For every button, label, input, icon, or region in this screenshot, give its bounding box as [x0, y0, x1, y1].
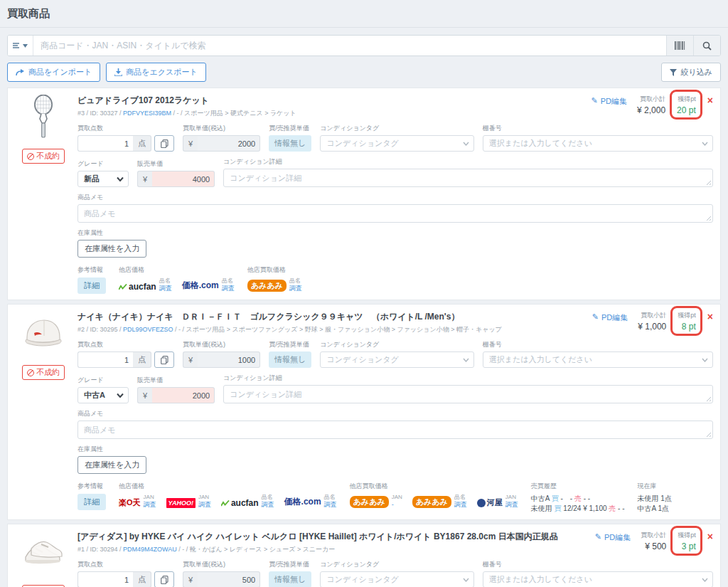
research-link[interactable]: 調査 [262, 501, 274, 508]
filter-button[interactable]: 絞り込み [661, 63, 721, 82]
copy-row-button[interactable] [154, 571, 174, 587]
resize-handle[interactable] [705, 430, 711, 437]
pencil-icon: ✎ [592, 312, 599, 323]
condition-detail-textarea[interactable]: コンディション詳細 [223, 385, 713, 403]
research-link[interactable]: - [392, 501, 402, 508]
pd-edit-link[interactable]: ✎PD編集 [595, 532, 631, 543]
stock-attr-button[interactable]: 在庫属性を入力 [77, 240, 146, 258]
copy-icon [161, 576, 168, 584]
sell-price-field: 販売単価 ¥ [137, 159, 215, 187]
amiami-ref[interactable]: あみあみ JAN- [350, 494, 402, 508]
search-icon [702, 41, 712, 51]
condition-tag-select[interactable]: コンディションタグ [320, 571, 473, 587]
product-title: ピュアドライブ107 2012ラケット [77, 95, 296, 107]
stock-attr-field: 在庫属性 在庫属性を入力 [77, 228, 713, 258]
ban-icon [27, 369, 34, 376]
qty-field: 買取点数 点 [77, 560, 174, 587]
chevron-down-icon [23, 44, 28, 48]
product-meta: #2 / ID: 30295 / PDL99OVFEZSO / - / スポーツ… [77, 325, 502, 334]
kakaku-ref[interactable]: 価格.com 品名調査 [182, 277, 235, 292]
amiami-ref[interactable]: あみあみ 品名調査 [247, 277, 302, 292]
research-link[interactable]: 調査 [222, 285, 235, 292]
sell-price-input[interactable] [152, 387, 215, 403]
page-title: 買取商品 [7, 7, 721, 21]
shelf-field: 棚番号 選択または入力してください [483, 340, 713, 368]
copy-row-button[interactable] [154, 135, 174, 152]
product-image-racket [23, 95, 64, 139]
condition-detail-textarea[interactable]: コンディション詳細 [223, 169, 713, 187]
memo-textarea[interactable]: 商品メモ [77, 421, 713, 439]
points-earned: 獲得pt 20 pt [675, 95, 697, 115]
other-shop-prices: 他店価格 楽O天 JAN調査 YAHOO! JAN調査 aucfan 品名調査 [119, 482, 337, 508]
research-link[interactable]: 調査 [159, 285, 172, 292]
grade-select[interactable]: 中古A [77, 387, 129, 403]
resize-handle[interactable] [705, 179, 711, 185]
search-submit-button[interactable] [693, 36, 720, 55]
resize-handle[interactable] [705, 395, 711, 401]
search-mode-button[interactable] [8, 36, 33, 55]
rakuten-ref[interactable]: 楽O天 JAN調査 [119, 494, 156, 508]
product-code-link[interactable]: PDL99OVFEZSO [123, 326, 173, 333]
product-code-link[interactable]: PDFVYESI39BM [123, 110, 171, 117]
chevron-down-icon [117, 393, 124, 398]
remove-product-icon[interactable]: × [707, 532, 713, 541]
chevron-down-icon [702, 578, 708, 582]
condition-tag-field: コンディションタグ コンディションタグ [320, 124, 473, 152]
barcode-scan-button[interactable] [666, 36, 693, 55]
page-header: 買取商品 [0, 0, 728, 28]
surugaya-ref[interactable]: 河屋 JAN調査 [477, 494, 518, 508]
condition-detail-field: コンディション詳細 コンディション詳細 [223, 374, 713, 403]
import-arrow-icon [16, 69, 25, 76]
resize-handle[interactable] [705, 214, 711, 221]
grade-select[interactable]: 新品 [77, 171, 129, 187]
shelf-select[interactable]: 選択または入力してください [483, 135, 713, 152]
research-link[interactable]: 調査 [324, 501, 337, 508]
subtotal: 買取小計 ¥ 1,000 [638, 311, 666, 332]
shelf-select[interactable]: 選択または入力してください [483, 351, 713, 368]
qty-input[interactable] [77, 351, 133, 368]
import-products-button[interactable]: 商品をインポート [7, 63, 100, 82]
research-link[interactable]: 調査 [198, 501, 211, 508]
product-image-cap [23, 311, 64, 355]
sell-price-input[interactable] [152, 171, 215, 187]
unit-price-input[interactable] [198, 135, 260, 152]
condition-tag-select[interactable]: コンディションタグ [320, 351, 473, 368]
points-earned: 獲得pt 3 pt [676, 531, 697, 551]
aucfan-ref[interactable]: aucfan 品名調査 [119, 277, 172, 292]
unit-price-input[interactable] [198, 351, 260, 368]
remove-product-icon[interactable]: × [707, 312, 713, 321]
chevron-down-icon [702, 142, 708, 146]
chevron-down-icon [463, 578, 469, 582]
qty-input[interactable] [77, 571, 133, 587]
kakaku-ref[interactable]: 価格.com 品名調査 [284, 494, 337, 508]
pd-edit-link[interactable]: ✎PD編集 [592, 312, 628, 323]
remove-product-icon[interactable]: × [707, 96, 713, 105]
points-earned: 獲得pt 8 pt [676, 311, 697, 332]
qty-input[interactable] [77, 135, 133, 152]
recommended-price-field: 買/売推奨単価 情報無し [269, 124, 311, 152]
grade-field: グレード 中古A [77, 376, 129, 403]
research-link[interactable]: 調査 [289, 285, 302, 292]
yahoo-ref[interactable]: YAHOO! JAN調査 [166, 494, 211, 508]
copy-row-button[interactable] [154, 351, 174, 368]
search-input[interactable] [33, 36, 666, 55]
funnel-icon [670, 69, 677, 76]
shelf-select[interactable]: 選択または入力してください [483, 571, 713, 587]
detail-button[interactable]: 詳細 [77, 277, 106, 294]
condition-tag-select[interactable]: コンディションタグ [320, 135, 473, 152]
aucfan-ref[interactable]: aucfan 品名調査 [221, 494, 274, 508]
research-link[interactable]: 調査 [454, 501, 467, 508]
detail-button[interactable]: 詳細 [77, 494, 106, 510]
amiami-ref[interactable]: あみあみ 品名調査 [412, 494, 467, 508]
ban-icon [27, 153, 34, 160]
unit-price-input[interactable] [198, 571, 260, 587]
reference-info: 参考情報 詳細 [77, 482, 106, 510]
research-link[interactable]: 調査 [144, 501, 156, 508]
export-products-button[interactable]: 商品をエクスポート [106, 63, 206, 82]
memo-textarea[interactable]: 商品メモ [77, 204, 713, 223]
product-code-link[interactable]: PDM49M4ZOWAU [123, 546, 177, 553]
stock-attr-button[interactable]: 在庫属性を入力 [77, 456, 146, 474]
research-link[interactable]: 調査 [505, 501, 518, 508]
product-meta: #3 / ID: 30327 / PDFVYESI39BM / - / スポーツ… [77, 109, 296, 118]
pd-edit-link[interactable]: ✎PD編集 [592, 96, 628, 107]
